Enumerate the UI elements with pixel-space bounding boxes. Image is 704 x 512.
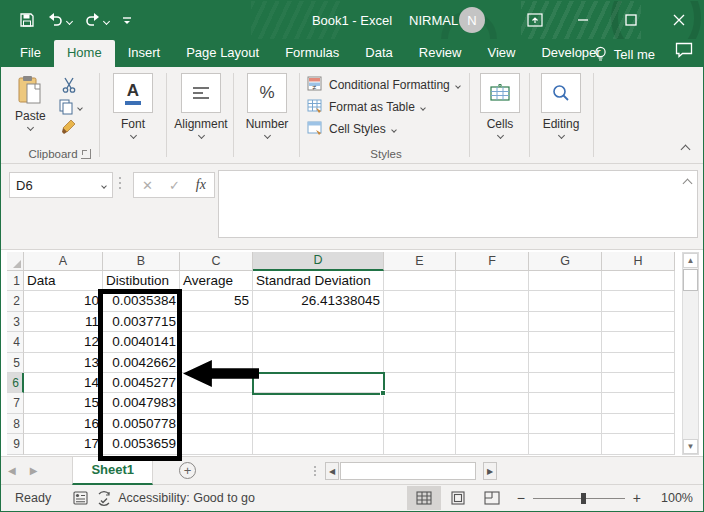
cell-E2[interactable] [384, 291, 456, 311]
cell-B4[interactable]: 0.0040141 [103, 332, 180, 352]
scroll-left-icon[interactable]: ◀ [325, 462, 339, 480]
cell-G6[interactable] [529, 373, 602, 393]
cell-D7[interactable] [253, 393, 384, 413]
tab-file[interactable]: File [7, 40, 54, 67]
cell-A2[interactable]: 10 [24, 291, 103, 311]
row-header-9[interactable]: 9 [7, 434, 24, 454]
column-header-F[interactable]: F [456, 252, 529, 271]
customize-quick-access-icon[interactable] [117, 11, 137, 29]
alignment-button[interactable]: Alignment [172, 73, 230, 138]
row-header-6[interactable]: 6 [7, 373, 24, 393]
undo-icon[interactable] [43, 10, 76, 30]
horizontal-scroll-thumb[interactable] [340, 462, 476, 480]
cell-C2[interactable]: 55 [180, 291, 253, 311]
cell-B7[interactable]: 0.0047983 [103, 393, 180, 413]
cell-H9[interactable] [602, 434, 675, 454]
name-box-dropdown-icon[interactable] [101, 183, 107, 189]
cell-F4[interactable] [456, 332, 529, 352]
cell-G2[interactable] [529, 291, 602, 311]
cell-B5[interactable]: 0.0042662 [103, 353, 180, 373]
cell-G7[interactable] [529, 393, 602, 413]
tab-view[interactable]: View [474, 40, 528, 67]
column-header-D[interactable]: D [253, 252, 384, 271]
cell-D3[interactable] [253, 312, 384, 332]
vertical-scrollbar[interactable]: ▲ ▼ [682, 252, 699, 455]
cells-button[interactable]: Cells [475, 73, 525, 138]
cell-D5[interactable] [253, 353, 384, 373]
cell-D9[interactable] [253, 434, 384, 454]
tab-page-layout[interactable]: Page Layout [173, 40, 272, 67]
sheet-nav-left-icon[interactable]: ◀ [1, 465, 23, 476]
cell-E4[interactable] [384, 332, 456, 352]
zoom-slider[interactable] [533, 498, 625, 499]
cell-F6[interactable] [456, 373, 529, 393]
cell-E9[interactable] [384, 434, 456, 454]
cell-G8[interactable] [529, 414, 602, 434]
zoom-in-icon[interactable]: + [625, 490, 649, 506]
cell-H3[interactable] [602, 312, 675, 332]
cell-F9[interactable] [456, 434, 529, 454]
cell-H6[interactable] [602, 373, 675, 393]
cell-A5[interactable]: 13 [24, 353, 103, 373]
paste-button[interactable]: Paste [15, 75, 46, 130]
page-break-preview-icon[interactable] [475, 486, 509, 510]
page-layout-view-icon[interactable] [441, 486, 475, 510]
ribbon-display-options-icon[interactable] [511, 1, 559, 39]
cell-B9[interactable]: 0.0053659 [103, 434, 180, 454]
cell-B8[interactable]: 0.0050778 [103, 414, 180, 434]
cell-D4[interactable] [253, 332, 384, 352]
cell-A1[interactable]: Data [24, 271, 103, 291]
cell-B3[interactable]: 0.0037715 [103, 312, 180, 332]
cell-H4[interactable] [602, 332, 675, 352]
cell-C1[interactable]: Average [180, 271, 253, 291]
cell-E6[interactable] [384, 373, 456, 393]
cancel-icon[interactable]: ✕ [142, 178, 153, 193]
accessibility-status[interactable]: Accessibility: Good to go [96, 491, 255, 506]
cell-F8[interactable] [456, 414, 529, 434]
tab-home[interactable]: Home [54, 40, 115, 67]
cell-B2[interactable]: 0.0035384 [103, 291, 180, 311]
cell-D1[interactable]: Standrad Deviation [253, 271, 384, 291]
cell-D2[interactable]: 26.41338045 [253, 291, 384, 311]
minimize-button[interactable] [559, 1, 607, 39]
cell-F5[interactable] [456, 353, 529, 373]
column-header-H[interactable]: H [602, 252, 675, 271]
cell-E5[interactable] [384, 353, 456, 373]
row-header-4[interactable]: 4 [7, 332, 24, 352]
cell-C9[interactable] [180, 434, 253, 454]
sheet-nav-right-icon[interactable]: ▶ [23, 465, 45, 476]
cell-B6[interactable]: 0.0045277 [103, 373, 180, 393]
cell-E1[interactable] [384, 271, 456, 291]
maximize-button[interactable] [607, 1, 655, 39]
cell-H1[interactable] [602, 271, 675, 291]
cut-icon[interactable] [61, 77, 77, 97]
cell-F1[interactable] [456, 271, 529, 291]
cell-G3[interactable] [529, 312, 602, 332]
row-header-1[interactable]: 1 [7, 271, 24, 291]
cell-A3[interactable]: 11 [24, 312, 103, 332]
cell-H2[interactable] [602, 291, 675, 311]
tab-review[interactable]: Review [406, 40, 475, 67]
tab-data[interactable]: Data [352, 40, 405, 67]
select-all-corner[interactable] [7, 252, 24, 271]
cell-B1[interactable]: Distibution [103, 271, 180, 291]
cell-G1[interactable] [529, 271, 602, 291]
avatar[interactable]: N [459, 7, 485, 33]
editing-button[interactable]: Editing [533, 73, 589, 138]
normal-view-icon[interactable] [407, 486, 441, 510]
cell-E3[interactable] [384, 312, 456, 332]
cell-C3[interactable] [180, 312, 253, 332]
format-painter-icon[interactable] [61, 119, 77, 139]
cell-G4[interactable] [529, 332, 602, 352]
row-header-5[interactable]: 5 [7, 353, 24, 373]
cell-H7[interactable] [602, 393, 675, 413]
cell-A8[interactable]: 16 [24, 414, 103, 434]
font-button[interactable]: A Font [105, 73, 161, 138]
save-icon[interactable] [15, 9, 39, 31]
cell-F7[interactable] [456, 393, 529, 413]
number-button[interactable]: % Number [239, 73, 295, 138]
column-header-B[interactable]: B [103, 252, 180, 271]
format-as-table-button[interactable]: Format as Table [305, 96, 467, 118]
enter-icon[interactable]: ✓ [169, 178, 180, 193]
tab-formulas[interactable]: Formulas [272, 40, 352, 67]
